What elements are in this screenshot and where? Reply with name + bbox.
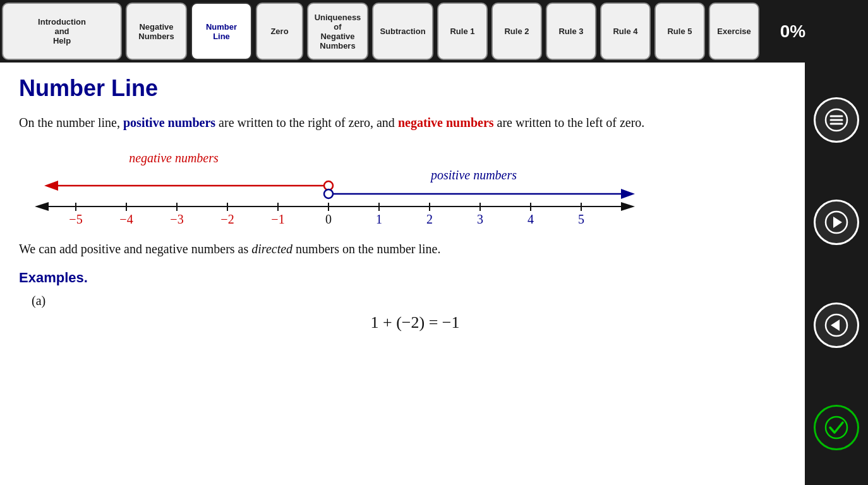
tab-zero[interactable]: Zero bbox=[256, 3, 303, 60]
svg-point-31 bbox=[826, 417, 847, 438]
svg-text:3: 3 bbox=[477, 212, 483, 226]
tab-rule2[interactable]: Rule 2 bbox=[491, 3, 542, 60]
secondary-paragraph: We can add positive and negative numbers… bbox=[19, 239, 786, 258]
page-title: Number Line bbox=[19, 75, 786, 102]
svg-text:−2: −2 bbox=[220, 212, 234, 226]
number-line-svg: negative numbers positive numbers bbox=[19, 145, 638, 227]
right-arrow-shape bbox=[833, 217, 842, 228]
menu-icon bbox=[824, 108, 848, 132]
positive-label: positive numbers bbox=[430, 168, 517, 183]
main-area: Number Line On the number line, positive… bbox=[0, 63, 868, 485]
next-icon bbox=[824, 210, 848, 234]
red-arrow-left bbox=[44, 181, 58, 191]
top-navigation: IntroductionandHelp NegativeNumbers Numb… bbox=[0, 0, 868, 63]
svg-text:4: 4 bbox=[527, 212, 534, 226]
example-a-equation: 1 + (−2) = −1 bbox=[44, 313, 786, 332]
check-icon bbox=[824, 416, 848, 440]
svg-text:2: 2 bbox=[426, 212, 433, 226]
negative-numbers-word: negative numbers bbox=[398, 116, 494, 129]
directed-word: directed bbox=[251, 242, 292, 256]
tab-intro[interactable]: IntroductionandHelp bbox=[2, 3, 122, 60]
positive-numbers-word: positive numbers bbox=[123, 116, 215, 129]
negative-label: negative numbers bbox=[129, 151, 219, 165]
next-button[interactable] bbox=[814, 200, 859, 245]
svg-text:0: 0 bbox=[325, 212, 332, 226]
black-arrow-left bbox=[35, 202, 49, 211]
example-a-label: (a) bbox=[32, 294, 786, 308]
check-button[interactable] bbox=[814, 405, 859, 450]
tab-rule4[interactable]: Rule 4 bbox=[600, 3, 651, 60]
menu-button[interactable] bbox=[814, 97, 859, 143]
examples-label: Examples. bbox=[19, 270, 786, 286]
number-line-diagram: negative numbers positive numbers bbox=[19, 145, 638, 227]
secondary-text-part2: numbers on the number line. bbox=[292, 242, 440, 256]
secondary-text-part1: We can add positive and negative numbers… bbox=[19, 242, 251, 256]
left-arrow-shape bbox=[831, 320, 840, 331]
tab-rule1[interactable]: Rule 1 bbox=[437, 3, 488, 60]
example-a-equation-text: 1 + (−2) = −1 bbox=[371, 313, 460, 332]
svg-text:−1: −1 bbox=[271, 212, 284, 226]
tab-negative-numbers[interactable]: NegativeNumbers bbox=[126, 3, 187, 60]
intro-part3: are written to the left of zero. bbox=[494, 116, 645, 129]
tab-number-line[interactable]: NumberLine bbox=[191, 3, 252, 60]
intro-paragraph: On the number line, positive numbers are… bbox=[19, 113, 786, 132]
back-icon bbox=[824, 313, 848, 337]
intro-part2: are written to the right of zero, and bbox=[215, 116, 398, 129]
intro-part1: On the number line, bbox=[19, 116, 123, 129]
svg-text:−5: −5 bbox=[69, 212, 82, 226]
right-sidebar bbox=[805, 63, 868, 485]
back-button[interactable] bbox=[814, 302, 859, 348]
tab-rule3[interactable]: Rule 3 bbox=[546, 3, 596, 60]
black-arrow-right bbox=[621, 202, 635, 211]
content-area: Number Line On the number line, positive… bbox=[0, 63, 805, 485]
tab-subtraction[interactable]: Subtraction bbox=[372, 3, 433, 60]
blue-open-circle bbox=[324, 189, 333, 198]
progress-percent: 0% bbox=[761, 0, 824, 63]
tab-uniqueness[interactable]: UniquenessofNegativeNumbers bbox=[307, 3, 368, 60]
svg-text:1: 1 bbox=[376, 212, 382, 226]
svg-text:−3: −3 bbox=[170, 212, 183, 226]
svg-text:−4: −4 bbox=[119, 212, 133, 226]
checkmark-shape bbox=[830, 422, 843, 433]
tab-rule5[interactable]: Rule 5 bbox=[654, 3, 705, 60]
svg-text:5: 5 bbox=[578, 212, 584, 226]
tab-exercise[interactable]: Exercise bbox=[709, 3, 759, 60]
blue-arrow-right bbox=[621, 189, 635, 199]
